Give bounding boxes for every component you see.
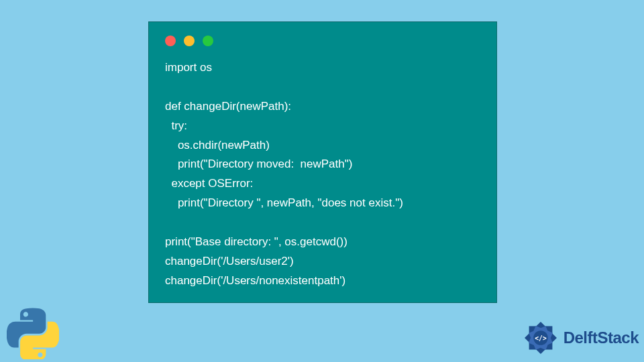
brand-name: DelftStack: [564, 328, 639, 347]
python-logo-icon: [7, 307, 59, 359]
delftstack-logo-icon: </>: [521, 318, 561, 358]
minimize-dot-icon: [184, 36, 195, 46]
window-controls: [149, 22, 496, 54]
close-dot-icon: [165, 36, 176, 46]
maximize-dot-icon: [203, 36, 213, 46]
svg-text:</>: </>: [535, 335, 547, 342]
delftstack-branding: </> DelftStack: [521, 318, 639, 358]
code-block: import os def changeDir(newPath): try: o…: [149, 54, 496, 307]
code-window: import os def changeDir(newPath): try: o…: [148, 21, 497, 303]
